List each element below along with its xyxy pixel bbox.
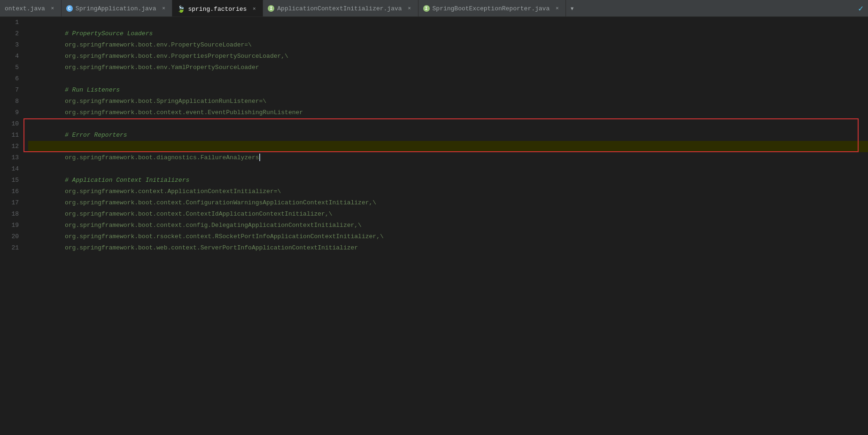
line-num-1: 1 bbox=[0, 17, 19, 28]
tab-exception-reporter-close[interactable]: × bbox=[553, 5, 561, 12]
spring-leaf-icon: 🍃 bbox=[177, 5, 185, 13]
tab-spring-factories-label: spring.factories bbox=[188, 6, 247, 13]
code-line-6: # Run Listeners bbox=[28, 73, 868, 85]
line-num-13: 13 bbox=[0, 152, 19, 163]
tab-app-context-close[interactable]: × bbox=[406, 5, 413, 12]
line-num-8: 8 bbox=[0, 96, 19, 107]
line-num-19: 19 bbox=[0, 220, 19, 231]
line-num-2: 2 bbox=[0, 28, 19, 39]
code-line-4: org.springframework.boot.env.YamlPropert… bbox=[28, 51, 868, 62]
line-num-14: 14 bbox=[0, 163, 19, 175]
line-num-17: 17 bbox=[0, 197, 19, 209]
code-line-16: org.springframework.boot.context.Configu… bbox=[28, 186, 868, 197]
code-line-3: org.springframework.boot.env.PropertiesP… bbox=[28, 39, 868, 51]
code-line-19: org.springframework.boot.rsocket.context… bbox=[28, 220, 868, 231]
exception-reporter-icon: I bbox=[423, 5, 430, 12]
code-line-11: org.springframework.boot.SpringBootExcep… bbox=[28, 130, 868, 141]
line-num-6: 6 bbox=[0, 73, 19, 85]
tab-exception-reporter-label: SpringBootExceptionReporter.java bbox=[433, 5, 550, 12]
checkmark-icon: ✓ bbox=[858, 3, 863, 14]
line-num-9: 9 bbox=[0, 107, 19, 118]
line-num-21: 21 bbox=[0, 242, 19, 254]
tab-app-context-initializer[interactable]: I ApplicationContextInitializer.java × bbox=[263, 0, 418, 17]
line-num-20: 20 bbox=[0, 231, 19, 242]
code-line-12: org.springframework.boot.diagnostics.Fai… bbox=[28, 141, 868, 152]
code-line-5 bbox=[28, 62, 868, 73]
app-context-icon: I bbox=[268, 5, 274, 12]
code-line-20: org.springframework.boot.web.context.Ser… bbox=[28, 231, 868, 242]
tab-spring-factories-close[interactable]: × bbox=[250, 5, 258, 13]
tab-context-java-label: ontext.java bbox=[5, 5, 45, 12]
line-num-5: 5 bbox=[0, 62, 19, 73]
line-num-15: 15 bbox=[0, 175, 19, 186]
code-line-17: org.springframework.boot.context.Context… bbox=[28, 197, 868, 209]
code-line-13 bbox=[28, 152, 868, 163]
tab-spring-application[interactable]: C SpringApplication.java × bbox=[62, 0, 173, 17]
code-line-15: org.springframework.context.ApplicationC… bbox=[28, 175, 868, 186]
line-num-7: 7 bbox=[0, 85, 19, 96]
tab-spring-factories[interactable]: 🍃 spring.factories × bbox=[172, 0, 263, 17]
tab-context-java[interactable]: ontext.java × bbox=[0, 0, 62, 17]
line-num-3: 3 bbox=[0, 39, 19, 51]
tab-spring-application-close[interactable]: × bbox=[160, 5, 167, 12]
tab-bar: ontext.java × C SpringApplication.java ×… bbox=[0, 0, 868, 17]
code-line-8: org.springframework.boot.context.event.E… bbox=[28, 96, 868, 107]
line-num-16: 16 bbox=[0, 186, 19, 197]
code-line-9 bbox=[28, 107, 868, 118]
tab-exception-reporter[interactable]: I SpringBootExceptionReporter.java × bbox=[418, 0, 566, 17]
line-num-11: 11 bbox=[0, 130, 19, 141]
code-line-2: org.springframework.boot.env.PropertySou… bbox=[28, 28, 868, 39]
code-line-14: # Application Context Initializers bbox=[28, 163, 868, 175]
code-line-1: # PropertySource Loaders bbox=[28, 17, 868, 28]
tab-overflow-button[interactable]: ▾ bbox=[566, 0, 578, 16]
line-numbers: 1 2 3 4 5 6 7 8 9 10 11 12 13 14 15 16 1… bbox=[0, 17, 23, 435]
line-num-12: 12 bbox=[0, 141, 19, 152]
spring-application-icon: C bbox=[66, 5, 73, 12]
code-line-18: org.springframework.boot.context.config.… bbox=[28, 209, 868, 220]
line-num-4: 4 bbox=[0, 51, 19, 62]
code-line-7: org.springframework.boot.SpringApplicati… bbox=[28, 85, 868, 96]
code-line-21 bbox=[28, 242, 868, 254]
editor-area: 1 2 3 4 5 6 7 8 9 10 11 12 13 14 15 16 1… bbox=[0, 17, 868, 435]
tab-context-java-close[interactable]: × bbox=[49, 5, 56, 12]
code-editor[interactable]: # PropertySource Loaders org.springframe… bbox=[23, 17, 868, 435]
tab-spring-application-label: SpringApplication.java bbox=[76, 5, 156, 12]
tab-app-context-label: ApplicationContextInitializer.java bbox=[277, 5, 402, 12]
line-num-10: 10 bbox=[0, 118, 19, 130]
code-line-10: # Error Reporters bbox=[28, 118, 868, 130]
line-num-18: 18 bbox=[0, 209, 19, 220]
